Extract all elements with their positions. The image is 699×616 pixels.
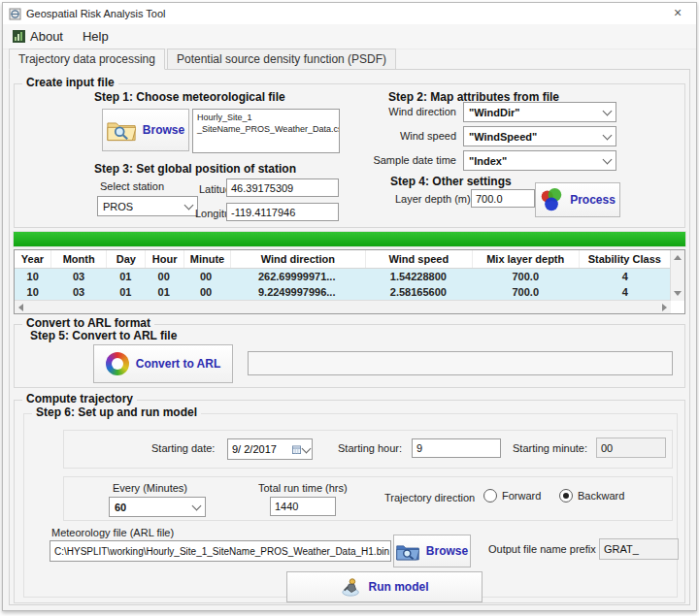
- process-icon: [540, 188, 563, 211]
- run-model-button[interactable]: Run model: [286, 571, 483, 602]
- meteo-file-line2: _SiteName_PROS_Weather_Data.csv: [197, 123, 335, 135]
- browse-folder-icon: [396, 542, 419, 561]
- trajectory-direction-label: Trajectory direction: [384, 492, 475, 503]
- title-bar: Geospatial Risk Analysis Tool ×: [3, 3, 696, 25]
- create-input-group: Create input file Step 1: Choose meteoro…: [14, 83, 685, 228]
- close-icon[interactable]: ×: [669, 5, 686, 20]
- tab-page: Create input file Step 1: Choose meteoro…: [9, 69, 690, 605]
- met-file-label: Meteorology file (ARL file): [51, 527, 174, 538]
- select-station-label: Select station: [100, 180, 164, 192]
- total-run-time-field[interactable]: 1440: [270, 497, 336, 516]
- sample-date-time-value: "Index": [469, 155, 507, 167]
- chevron-down-icon: [603, 130, 613, 140]
- cell: 1.54228800: [365, 269, 472, 284]
- scroll-down-icon[interactable]: [674, 291, 682, 296]
- app-window: Geospatial Risk Analysis Tool × About He…: [2, 2, 697, 611]
- compute-trajectory-group: Compute trajectory Step 6: Set up and ru…: [14, 400, 685, 603]
- radio-icon: [559, 489, 573, 503]
- meteo-file-textbox[interactable]: Hourly_Site_1 _SiteName_PROS_Weather_Dat…: [192, 109, 340, 153]
- grid-col-wind-direction: Wind direction: [231, 250, 366, 268]
- process-label: Process: [570, 193, 616, 207]
- chevron-down-icon: [184, 200, 194, 210]
- cell: 01: [107, 269, 145, 284]
- cell: 00: [145, 269, 183, 284]
- station-value: PROS: [103, 201, 133, 212]
- met-file-field[interactable]: C:\HYSPLIT\working\Hourly_Site_1_SiteNam…: [50, 540, 391, 562]
- convert-icon: [106, 352, 129, 375]
- wind-direction-select[interactable]: "WindDir": [463, 102, 616, 122]
- wind-speed-label: Wind speed: [335, 130, 456, 142]
- step6-title: Step 6: Set up and run model: [32, 405, 201, 419]
- starting-date-picker[interactable]: 9/ 2/2017: [227, 438, 313, 460]
- table-row[interactable]: 10 03 01 01 00 9.2249997996... 2.5816560…: [15, 284, 671, 300]
- menu-help[interactable]: Help: [73, 27, 118, 46]
- longitude-field[interactable]: -119.4117946: [226, 203, 339, 221]
- grid-col-day: Day: [107, 250, 146, 268]
- grid-col-hour: Hour: [146, 250, 184, 268]
- cell: 10: [15, 269, 50, 284]
- horizontal-scrollbar[interactable]: [15, 300, 671, 313]
- process-button[interactable]: Process: [535, 182, 620, 217]
- browse-meteo-label: Browse: [143, 123, 184, 137]
- cell: 03: [50, 269, 106, 284]
- convert-to-arl-label: Convert to ARL: [136, 357, 221, 371]
- data-grid[interactable]: Year Month Day Hour Minute Wind directio…: [14, 249, 685, 314]
- compute-trajectory-group-title: Compute trajectory: [22, 392, 137, 405]
- sample-date-time-select[interactable]: "Index": [463, 150, 616, 171]
- starting-date-value: 9/ 2/2017: [232, 443, 277, 455]
- station-select[interactable]: PROS: [97, 196, 198, 216]
- tab-strip: Trajectory data processing Potential sou…: [9, 49, 690, 70]
- tab-psdf[interactable]: Potential source density function (PSDF): [167, 49, 396, 70]
- grid-col-mix-layer-depth: Mix layer depth: [473, 250, 580, 268]
- browse-meteo-button[interactable]: Browse: [102, 109, 189, 151]
- every-minutes-select[interactable]: 60: [109, 497, 206, 517]
- about-icon: [13, 30, 25, 43]
- latitude-field[interactable]: 46.39175309: [226, 178, 339, 197]
- browse-arl-button[interactable]: Browse: [393, 535, 471, 567]
- scroll-right-icon[interactable]: [662, 304, 667, 311]
- tab-trajectory-data-processing[interactable]: Trajectory data processing: [9, 49, 165, 70]
- menu-about-label: About: [30, 29, 63, 44]
- wind-speed-select[interactable]: "WindSpeed": [463, 126, 616, 146]
- layer-depth-label: Layer depth (m): [395, 193, 471, 205]
- output-prefix-field[interactable]: GRAT_: [599, 538, 679, 560]
- menu-about[interactable]: About: [3, 27, 73, 46]
- convert-arl-group: Convert to ARL format Step 5: Convert to…: [14, 324, 685, 388]
- starting-date-label: Starting date:: [151, 442, 215, 454]
- start-settings-panel: Starting date: 9/ 2/2017 Starting hour: …: [63, 430, 673, 469]
- grid-col-wind-speed: Wind speed: [366, 250, 473, 268]
- cell: 00: [183, 269, 228, 284]
- app-icon: [9, 8, 21, 20]
- chevron-down-icon: [603, 106, 613, 115]
- cell: 700.0: [472, 269, 579, 284]
- wind-direction-label: Wind direction: [335, 106, 456, 117]
- convert-to-arl-button[interactable]: Convert to ARL: [93, 344, 233, 383]
- output-prefix-label: Output file name prefix: [488, 543, 596, 555]
- cell: 00: [183, 284, 228, 300]
- cell: 700.0: [472, 284, 579, 300]
- window-title: Geospatial Risk Analysis Tool: [26, 8, 165, 19]
- cell: 4: [579, 284, 671, 300]
- grid-col-month: Month: [51, 250, 107, 268]
- scroll-left-icon[interactable]: [18, 304, 23, 311]
- grid-col-year: Year: [15, 250, 51, 268]
- vertical-scrollbar[interactable]: [670, 250, 684, 301]
- step1-title: Step 1: Choose meteorological file: [94, 90, 285, 104]
- scroll-up-icon[interactable]: [674, 255, 682, 260]
- cell: 01: [145, 284, 183, 300]
- cell: 10: [15, 284, 50, 300]
- sample-date-time-label: Sample date time: [335, 154, 456, 166]
- menu-help-label: Help: [83, 29, 109, 44]
- backward-radio[interactable]: Backward: [559, 489, 624, 503]
- forward-radio[interactable]: Forward: [483, 489, 541, 503]
- step5-title: Step 5: Convert to ARL file: [30, 329, 177, 342]
- starting-hour-label: Starting hour:: [338, 442, 402, 454]
- radio-icon: [483, 489, 497, 503]
- step4-title: Step 4: Other settings: [390, 175, 512, 188]
- table-row[interactable]: 10 03 01 00 00 262.69999971... 1.5422880…: [15, 269, 671, 284]
- starting-hour-field[interactable]: 9: [412, 438, 501, 458]
- cell: 4: [579, 269, 671, 284]
- run-settings-panel: Every (Minutes) 60 Total run time (hrs) …: [63, 476, 673, 521]
- step3-title: Step 3: Set global position of station: [94, 162, 296, 176]
- layer-depth-field[interactable]: 700.0: [471, 189, 535, 208]
